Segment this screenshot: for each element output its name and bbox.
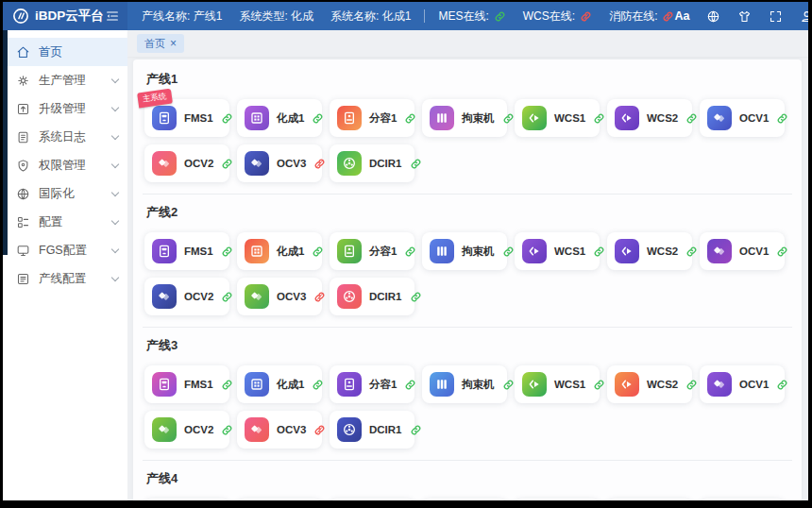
device-card-OCV1[interactable]: OCV1: [700, 232, 785, 270]
link-online-icon[interactable]: [312, 379, 324, 391]
link-broken-icon[interactable]: [313, 424, 326, 436]
sidebar-item-i18n[interactable]: 国际化: [3, 179, 127, 208]
theme-shirt-icon[interactable]: [736, 8, 752, 24]
sidebar-item-home[interactable]: 首页: [3, 38, 127, 66]
device-card-OCV2[interactable]: OCV2: [144, 411, 229, 449]
device-card-分容1[interactable]: 分容1: [330, 99, 414, 137]
link-online-icon[interactable]: [404, 246, 416, 258]
ocv-device-icon: [152, 417, 177, 442]
sidebar-item-upgrade[interactable]: 升级管理: [3, 94, 127, 123]
sidebar-item-syslog[interactable]: 系统日志: [3, 123, 127, 151]
main-area: 首页× 产线1主系统FMS1化成1分容1拘束机WCS1WCS2OCV1OCV2O…: [127, 30, 808, 500]
device-card-OCV1[interactable]: OCV1: [700, 99, 785, 137]
device-card-OCV3[interactable]: OCV3: [237, 278, 322, 315]
device-card-拘束机[interactable]: 拘束机: [422, 499, 507, 500]
device-card-DCIR1[interactable]: DCIR1: [330, 411, 414, 449]
device-card-OCV2[interactable]: OCV2: [144, 144, 229, 182]
language-globe-icon[interactable]: [705, 8, 720, 24]
tab-首页[interactable]: 首页×: [137, 34, 184, 53]
device-card-WCS1[interactable]: WCS1: [515, 232, 600, 270]
device-card-WCS2[interactable]: WCS2: [607, 99, 692, 137]
link-online-icon[interactable]: [410, 158, 422, 170]
link-online-icon[interactable]: [410, 291, 422, 303]
device-card-FMS1[interactable]: FMS1: [144, 499, 229, 500]
fullscreen-icon[interactable]: [768, 8, 783, 24]
link-online-icon[interactable]: [593, 246, 605, 258]
link-online-icon[interactable]: [776, 379, 788, 391]
upgrade-icon: [16, 102, 30, 116]
device-card-WCS2[interactable]: WCS2: [607, 232, 692, 270]
link-online-icon[interactable]: [593, 112, 605, 125]
device-card-DCIR1[interactable]: DCIR1: [330, 278, 414, 315]
capacity-device-icon: [337, 372, 362, 397]
device-card-分容1[interactable]: 分容1: [330, 232, 414, 270]
device-card-拘束机[interactable]: 拘束机: [422, 365, 507, 403]
link-online-icon[interactable]: [404, 112, 416, 125]
device-card-WCS2[interactable]: WCS2: [607, 499, 692, 500]
link-online-icon[interactable]: [221, 424, 233, 436]
sidebar-item-permission[interactable]: 权限管理: [3, 151, 127, 179]
device-card-分容1[interactable]: 分容1: [330, 365, 414, 403]
link-online-icon[interactable]: [221, 379, 233, 391]
device-card-WCS1[interactable]: WCS1: [515, 499, 600, 500]
sidebar-item-production[interactable]: 生产管理: [3, 66, 127, 94]
tab-close-icon[interactable]: ×: [170, 38, 177, 49]
sidebar-collapse-icon[interactable]: [105, 8, 120, 24]
device-card-化成1[interactable]: 化成1: [237, 365, 322, 403]
link-online-icon[interactable]: [593, 379, 605, 391]
sidebar-item-fgs-config[interactable]: FGS配置: [3, 236, 127, 264]
device-card-拘束机[interactable]: 拘束机: [422, 232, 507, 270]
link-online-icon[interactable]: [776, 246, 788, 258]
device-card-WCS1[interactable]: WCS1: [515, 365, 600, 403]
device-card-分容1[interactable]: 分容1: [330, 499, 414, 500]
link-online-icon[interactable]: [221, 246, 233, 258]
user-icon[interactable]: [799, 8, 808, 24]
link-online-icon[interactable]: [685, 246, 698, 258]
device-label: WCS1: [554, 246, 585, 257]
device-card-FMS1[interactable]: 主系统FMS1: [144, 99, 229, 137]
link-online-icon[interactable]: [776, 112, 788, 125]
device-card-化成1[interactable]: 化成1: [237, 232, 322, 270]
device-card-DCIR1[interactable]: DCIR1: [330, 144, 414, 182]
device-label: DCIR1: [369, 424, 402, 435]
sidebar-item-line-config[interactable]: 产线配置: [3, 264, 127, 293]
sidebar-item-config[interactable]: 配置: [3, 208, 127, 236]
wcs-device-icon: [615, 106, 639, 130]
link-online-icon[interactable]: [685, 112, 698, 125]
link-online-icon[interactable]: [221, 112, 233, 125]
device-card-拘束机[interactable]: 拘束机: [422, 99, 507, 137]
link-online-icon[interactable]: [502, 379, 515, 391]
device-card-化成1[interactable]: 化成1: [237, 99, 322, 137]
link-online-icon[interactable]: [221, 291, 233, 303]
link-online-icon[interactable]: [502, 246, 515, 258]
device-card-OCV3[interactable]: OCV3: [237, 411, 322, 449]
link-online-icon: [494, 10, 506, 23]
device-card-FMS1[interactable]: FMS1: [144, 365, 229, 403]
font-size-icon[interactable]: Aa: [674, 8, 689, 24]
device-card-OCV3[interactable]: OCV3: [237, 144, 322, 182]
link-online-icon[interactable]: [404, 379, 416, 391]
device-card-FMS1[interactable]: FMS1: [144, 232, 229, 270]
device-label: 拘束机: [462, 378, 495, 392]
device-card-OCV1[interactable]: OCV1: [700, 365, 785, 403]
device-card-OCV1[interactable]: OCV1: [700, 499, 785, 500]
link-broken-icon: [662, 10, 674, 23]
link-online-icon[interactable]: [221, 158, 233, 170]
device-card-OCV2[interactable]: OCV2: [144, 278, 229, 315]
fgs-icon: [16, 244, 30, 258]
ocv-device-icon: [707, 239, 732, 263]
link-online-icon[interactable]: [410, 424, 422, 436]
ocv-device-icon: [245, 417, 269, 442]
device-label: 分容1: [369, 111, 397, 126]
link-online-icon[interactable]: [685, 379, 698, 391]
link-broken-icon[interactable]: [313, 158, 326, 170]
device-card-WCS2[interactable]: WCS2: [607, 365, 692, 403]
app-window: iBDP云平台 产线名称: 产线1系统类型: 化成系统名称: 化成1 MES在线…: [3, 2, 808, 500]
capacity-device-icon: [337, 239, 362, 263]
device-card-WCS1[interactable]: WCS1: [515, 99, 600, 137]
device-card-化成1[interactable]: 化成1: [237, 499, 322, 500]
link-online-icon[interactable]: [312, 112, 324, 125]
link-online-icon[interactable]: [502, 112, 515, 125]
link-broken-icon[interactable]: [313, 291, 326, 303]
link-online-icon[interactable]: [312, 246, 324, 258]
